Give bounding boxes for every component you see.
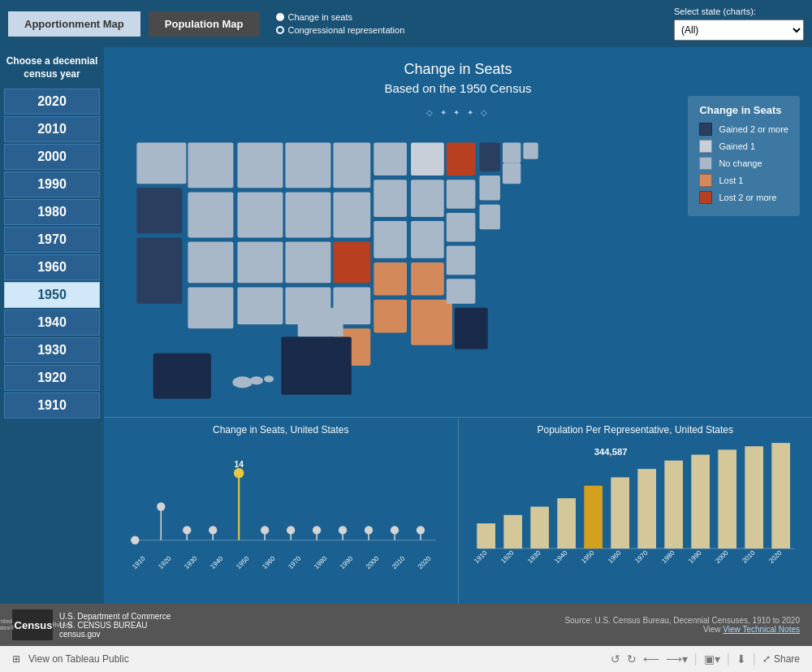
- svg-rect-97: [718, 449, 736, 548]
- year-btn-2010[interactable]: 2010: [4, 116, 100, 142]
- year-btn-1910[interactable]: 1910: [4, 392, 100, 418]
- legend-title: Change in Seats: [699, 104, 788, 116]
- share-label: Share: [774, 653, 800, 665]
- svg-point-64: [157, 502, 165, 510]
- svg-text:1960: 1960: [261, 555, 277, 571]
- radio-congressional[interactable]: Congressional representation: [276, 25, 405, 35]
- legend-label-gained1: Gained 1: [719, 141, 755, 151]
- radio-change-seats[interactable]: Change in seats: [276, 12, 405, 22]
- download-icon[interactable]: ⬇: [736, 652, 746, 665]
- svg-rect-16: [333, 241, 370, 283]
- census-logo-top: United States®: [0, 618, 15, 632]
- undo-icon[interactable]: ↺: [611, 652, 620, 665]
- legend-label-nochange: No change: [719, 158, 762, 168]
- svg-text:14: 14: [234, 460, 244, 469]
- view-on-tableau-text[interactable]: View on Tableau Public: [28, 653, 129, 665]
- legend-swatch-gained1: [699, 140, 712, 153]
- svg-rect-40: [447, 246, 476, 275]
- svg-text:1930: 1930: [183, 555, 199, 571]
- svg-rect-39: [480, 205, 500, 230]
- svg-text:1930: 1930: [526, 548, 542, 565]
- radio-circle-2: [276, 26, 284, 34]
- svg-rect-5: [188, 241, 233, 283]
- chart-panel-right: Population Per Representative, United St…: [459, 418, 813, 604]
- bottom-bar: ⊞ View on Tableau Public ↺ ↻ ⟵ ⟶▾ | ▣▾ |…: [0, 646, 812, 672]
- year-btn-1980[interactable]: 1980: [4, 199, 100, 225]
- present-icon[interactable]: ▣▾: [704, 652, 720, 665]
- svg-rect-4: [188, 192, 233, 237]
- radio-group: Change in seats Congressional representa…: [276, 12, 405, 35]
- svg-rect-8: [237, 241, 283, 283]
- year-btn-2020[interactable]: 2020: [4, 89, 100, 115]
- census-logo: United States® Census Bureau U.S. Depart…: [12, 609, 171, 640]
- year-btn-1930[interactable]: 1930: [4, 337, 100, 363]
- svg-rect-41: [447, 279, 476, 304]
- census-website: census.gov: [59, 630, 171, 639]
- svg-rect-29: [298, 308, 343, 337]
- svg-rect-2: [136, 237, 182, 303]
- radio-label-2: Congressional representation: [288, 25, 405, 35]
- chart-panel-left: Change in Seats, United States 1910 1920…: [104, 418, 459, 604]
- svg-text:2000: 2000: [714, 548, 730, 565]
- state-select-label: Select state (charts):: [674, 7, 804, 16]
- svg-point-66: [183, 526, 191, 534]
- svg-point-75: [287, 526, 295, 534]
- svg-text:1980: 1980: [660, 548, 676, 565]
- svg-rect-36: [480, 176, 500, 201]
- svg-point-45: [232, 376, 252, 388]
- technical-notes-link[interactable]: View Technical Notes: [723, 625, 800, 634]
- svg-text:1920: 1920: [157, 555, 173, 571]
- year-btn-1920[interactable]: 1920: [4, 365, 100, 391]
- svg-rect-9: [237, 287, 283, 324]
- svg-rect-6: [237, 142, 283, 188]
- bureau-name: U.S. CENSUS BUREAU: [59, 621, 171, 630]
- svg-rect-1: [136, 188, 182, 233]
- svg-rect-37: [503, 163, 520, 184]
- svg-text:1970: 1970: [287, 555, 303, 571]
- population-map-tab[interactable]: Population Map: [149, 11, 260, 37]
- svg-text:1990: 1990: [687, 548, 703, 565]
- legend-label-lost1: Lost 1: [719, 176, 743, 185]
- svg-point-47: [264, 375, 274, 382]
- us-map: [120, 116, 599, 417]
- svg-point-70: [234, 468, 244, 478]
- svg-rect-30: [281, 336, 351, 394]
- year-btn-1960[interactable]: 1960: [4, 254, 100, 280]
- state-select-dropdown[interactable]: (All): [674, 20, 804, 41]
- svg-rect-90: [530, 507, 549, 549]
- svg-rect-43: [188, 287, 233, 328]
- svg-rect-14: [333, 142, 370, 188]
- year-btn-1970[interactable]: 1970: [4, 227, 100, 253]
- svg-point-46: [250, 376, 263, 384]
- svg-rect-11: [285, 192, 330, 237]
- svg-text:1940: 1940: [209, 555, 225, 571]
- legend-item-gained2: Gained 2 or more: [699, 123, 788, 136]
- share-button[interactable]: ⤢ Share: [762, 653, 800, 665]
- svg-rect-24: [411, 142, 444, 176]
- redo-icon[interactable]: ↻: [627, 652, 637, 665]
- svg-rect-92: [584, 486, 603, 548]
- svg-point-85: [417, 526, 425, 534]
- year-btn-1990[interactable]: 1990: [4, 171, 100, 197]
- legend-item-lost1: Lost 1: [699, 174, 788, 187]
- legend-item-nochange: No change: [699, 157, 788, 170]
- back-icon[interactable]: ⟵: [643, 652, 659, 665]
- svg-rect-25: [411, 180, 444, 217]
- svg-rect-44: [153, 353, 211, 399]
- year-btn-1950[interactable]: 1950: [4, 282, 100, 308]
- year-btn-1940[interactable]: 1940: [4, 310, 100, 336]
- svg-text:2020: 2020: [417, 555, 433, 571]
- forward-icon-dropdown[interactable]: ⟶▾: [666, 652, 688, 665]
- svg-rect-91: [557, 498, 576, 548]
- svg-rect-27: [411, 262, 444, 296]
- legend-swatch-lost2: [699, 191, 712, 204]
- legend-item-gained1: Gained 1: [699, 140, 788, 153]
- svg-text:1910: 1910: [131, 555, 147, 571]
- legend-swatch-lost1: [699, 174, 712, 187]
- svg-rect-3: [188, 142, 233, 188]
- apportionment-map-tab[interactable]: Apportionment Map: [8, 11, 140, 37]
- svg-rect-88: [477, 523, 495, 548]
- year-btn-2000[interactable]: 2000: [4, 144, 100, 170]
- svg-point-62: [131, 536, 139, 544]
- svg-rect-10: [285, 142, 330, 188]
